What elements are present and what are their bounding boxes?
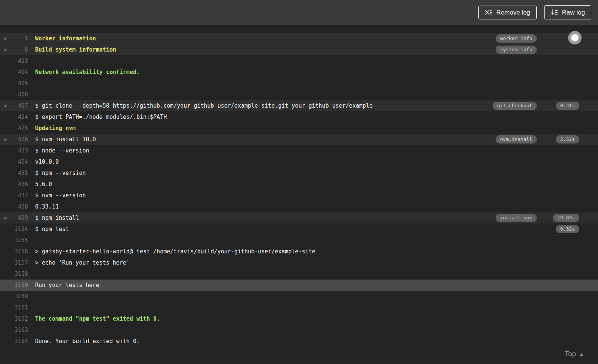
line-number[interactable]: 1: [0, 33, 28, 44]
log-row: 405: [0, 78, 598, 89]
log-text: $ nvm install 10.0: [35, 134, 96, 145]
line-number[interactable]: 406: [0, 89, 28, 100]
log-rows: ▶1Worker informationworker_info▶6Build s…: [0, 33, 598, 347]
scroll-to-top-link[interactable]: Top ▲: [564, 350, 584, 358]
line-number[interactable]: 436: [0, 179, 28, 190]
fold-tag-badge: system_info: [496, 46, 537, 54]
fold-tag-badge: worker_info: [496, 34, 537, 43]
log-row: 3159Run your tests here: [0, 280, 598, 291]
log-pane: ▶1Worker informationworker_info▶6Build s…: [0, 25, 598, 364]
log-text: 5.6.0: [35, 179, 52, 190]
line-number[interactable]: 424: [0, 111, 28, 123]
line-number[interactable]: 3155: [0, 235, 28, 246]
log-text: Run your tests here: [35, 280, 99, 291]
log-text: $ npm --version: [35, 167, 86, 179]
line-number[interactable]: 407: [0, 100, 28, 111]
log-text: Updating nvm: [35, 123, 75, 134]
log-text: $ nvm --version: [35, 190, 86, 201]
line-number[interactable]: 3163: [0, 324, 28, 336]
log-text: v10.0.0: [35, 156, 59, 167]
log-row: 3162The command "npm test" exited with 0…: [0, 313, 598, 324]
duration-badge: 2.52s: [556, 135, 579, 144]
log-row: 3163: [0, 324, 598, 336]
line-number[interactable]: 3164: [0, 336, 28, 347]
log-text: 0.33.11: [35, 201, 59, 212]
arrow-up-icon: ▲: [579, 351, 584, 357]
line-number[interactable]: 3159: [0, 280, 28, 291]
log-text: The command "npm test" exited with 0.: [35, 313, 160, 324]
log-row: ▶426$ nvm install 10.0nvm.install2.52s: [0, 134, 598, 145]
line-number[interactable]: 3156: [0, 246, 28, 257]
line-number[interactable]: 426: [0, 134, 28, 145]
log-row: ▶1Worker informationworker_info: [0, 33, 598, 44]
log-text: Worker information: [35, 33, 96, 44]
remove-log-icon: [485, 9, 492, 15]
log-text: $ export PATH=./node_modules/.bin:$PATH: [35, 111, 167, 123]
log-row: 4365.6.0: [0, 179, 598, 190]
line-number[interactable]: 3161: [0, 302, 28, 313]
toolbar: Remove log Raw log: [0, 0, 598, 25]
raw-log-button[interactable]: Raw log: [544, 5, 591, 19]
line-number[interactable]: 3162: [0, 313, 28, 324]
log-text: Build system information: [35, 44, 116, 55]
line-number[interactable]: 425: [0, 123, 28, 134]
log-row: ▶6Build system informationsystem_info: [0, 44, 598, 55]
remove-log-label: Remove log: [496, 9, 530, 16]
log-row: 3154$ npm test0.32s: [0, 223, 598, 235]
log-row: 3157> echo 'Run your tests here': [0, 257, 598, 268]
log-text: $ node --version: [35, 145, 89, 156]
log-row: 4380.33.11: [0, 201, 598, 212]
log-row: 435$ npm --version: [0, 167, 598, 179]
line-number[interactable]: 3154: [0, 223, 28, 235]
line-number[interactable]: 435: [0, 167, 28, 179]
fold-tag-badge: nvm.install: [496, 135, 537, 144]
log-text: > echo 'Run your tests here': [35, 257, 130, 268]
line-number[interactable]: 6: [0, 44, 28, 55]
log-row: 3158: [0, 268, 598, 280]
log-text: Network availability confirmed.: [35, 67, 140, 78]
log-text: $ npm test: [35, 223, 69, 235]
log-row: 424$ export PATH=./node_modules/.bin:$PA…: [0, 111, 598, 123]
duration-badge: 0.31s: [556, 102, 579, 110]
fold-tag-badge: git.checkout: [493, 102, 537, 110]
top-link-label: Top: [564, 350, 576, 358]
raw-log-label: Raw log: [562, 9, 585, 16]
log-row: 406: [0, 89, 598, 100]
log-row: 404Network availability confirmed.: [0, 67, 598, 78]
line-number[interactable]: 437: [0, 190, 28, 201]
log-row: 403: [0, 55, 598, 67]
log-row: 3155: [0, 235, 598, 246]
log-text: $ git clone --depth=50 https://github.co…: [35, 100, 376, 111]
duration-badge: 19.83s: [553, 214, 579, 222]
log-row: 3161: [0, 302, 598, 313]
line-number[interactable]: 403: [0, 55, 28, 67]
log-text: > gatsby-starter-hello-world@ test /home…: [35, 246, 315, 257]
log-row: 425Updating nvm: [0, 123, 598, 134]
log-row: 3164Done. Your build exited with 0.: [0, 336, 598, 347]
log-text: $ npm install: [35, 212, 79, 223]
log-row: 3156> gatsby-starter-hello-world@ test /…: [0, 246, 598, 257]
line-number[interactable]: 3158: [0, 268, 28, 280]
scroll-position-indicator-icon[interactable]: [568, 31, 582, 44]
log-row: 437$ nvm --version: [0, 190, 598, 201]
line-number[interactable]: 404: [0, 67, 28, 78]
duration-badge: 0.32s: [556, 225, 579, 233]
log-row: 3160: [0, 291, 598, 302]
log-row: ▶407$ git clone --depth=50 https://githu…: [0, 100, 598, 111]
raw-log-icon: [551, 9, 558, 16]
line-number[interactable]: 3160: [0, 291, 28, 302]
line-number[interactable]: 405: [0, 78, 28, 89]
remove-log-button[interactable]: Remove log: [478, 6, 537, 19]
line-number[interactable]: 3157: [0, 257, 28, 268]
log-row: ▶439$ npm installinstall.npm19.83s: [0, 212, 598, 223]
log-text: Done. Your build exited with 0.: [35, 336, 140, 347]
line-number[interactable]: 439: [0, 212, 28, 223]
line-number[interactable]: 434: [0, 156, 28, 167]
line-number[interactable]: 433: [0, 145, 28, 156]
log-row: 433$ node --version: [0, 145, 598, 156]
fold-tag-badge: install.npm: [496, 214, 537, 222]
line-number[interactable]: 438: [0, 201, 28, 212]
log-row: 434v10.0.0: [0, 156, 598, 167]
